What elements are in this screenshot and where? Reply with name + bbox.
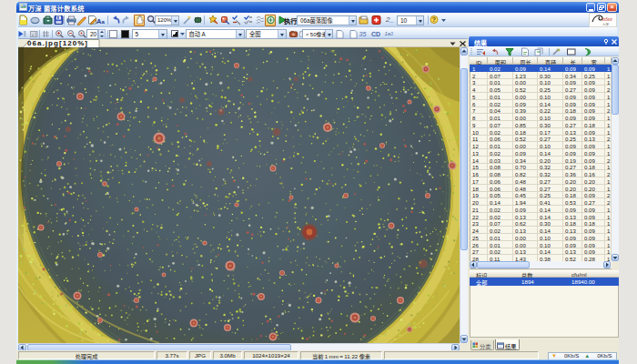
svg-text:inSee: inSee <box>602 16 612 22</box>
svg-text:万深: 万深 <box>602 23 610 26</box>
svg-text:?: ? <box>432 16 436 23</box>
